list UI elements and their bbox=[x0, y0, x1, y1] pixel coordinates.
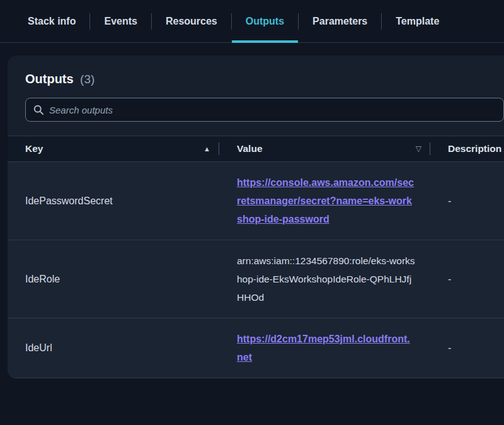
tab-template[interactable]: Template bbox=[382, 0, 453, 42]
panel-title: Outputs bbox=[25, 72, 74, 86]
column-label: Key bbox=[25, 143, 43, 154]
output-value-link[interactable]: https://console.aws.amazon.com/secretsma… bbox=[237, 173, 415, 228]
table-body: IdePasswordSecret https://console.aws.am… bbox=[8, 162, 504, 378]
cell-key: IdeRole bbox=[8, 240, 219, 318]
cell-key: IdeUrl bbox=[8, 318, 219, 378]
cell-description: - bbox=[430, 318, 504, 378]
column-label: Description bbox=[448, 143, 501, 154]
tab-resources[interactable]: Resources bbox=[152, 0, 231, 42]
cell-key: IdePasswordSecret bbox=[8, 162, 219, 240]
tab-events[interactable]: Events bbox=[90, 0, 151, 42]
column-header-description[interactable]: Description bbox=[430, 136, 504, 161]
cell-description: - bbox=[430, 162, 504, 240]
table-row: IdePasswordSecret https://console.aws.am… bbox=[8, 162, 504, 240]
output-value-text: arn:aws:iam::1234567890:role/eks-worksho… bbox=[237, 252, 415, 306]
panel-header: Outputs (3) bbox=[8, 55, 504, 86]
table-header-row: Key ▲ Value ▽ Description bbox=[8, 136, 504, 162]
cell-description: - bbox=[430, 240, 504, 318]
tab-stack-info[interactable]: Stack info bbox=[14, 0, 89, 42]
output-value-link[interactable]: https://d2cm17mep53jml.cloudfront.net bbox=[237, 330, 415, 366]
sort-icon: ▽ bbox=[416, 144, 421, 153]
cell-value: https://d2cm17mep53jml.cloudfront.net bbox=[219, 318, 430, 378]
cell-value: https://console.aws.amazon.com/secretsma… bbox=[219, 162, 430, 240]
column-label: Value bbox=[237, 143, 263, 154]
outputs-count: (3) bbox=[80, 73, 94, 86]
cell-value: arn:aws:iam::1234567890:role/eks-worksho… bbox=[219, 240, 430, 318]
table-row: IdeRole arn:aws:iam::1234567890:role/eks… bbox=[8, 240, 504, 318]
search-input[interactable] bbox=[49, 105, 496, 115]
search-box bbox=[25, 98, 504, 122]
table-row: IdeUrl https://d2cm17mep53jml.cloudfront… bbox=[8, 318, 504, 378]
tab-outputs[interactable]: Outputs bbox=[232, 0, 298, 42]
column-header-value[interactable]: Value ▽ bbox=[219, 136, 430, 161]
outputs-panel: Outputs (3) Key ▲ Value ▽ Description bbox=[8, 55, 504, 378]
column-header-key[interactable]: Key ▲ bbox=[8, 136, 219, 161]
sort-ascending-icon: ▲ bbox=[203, 145, 210, 153]
tab-parameters[interactable]: Parameters bbox=[299, 0, 381, 42]
search-icon bbox=[33, 105, 43, 115]
stack-detail-tabs: Stack info Events Resources Outputs Para… bbox=[0, 0, 504, 43]
